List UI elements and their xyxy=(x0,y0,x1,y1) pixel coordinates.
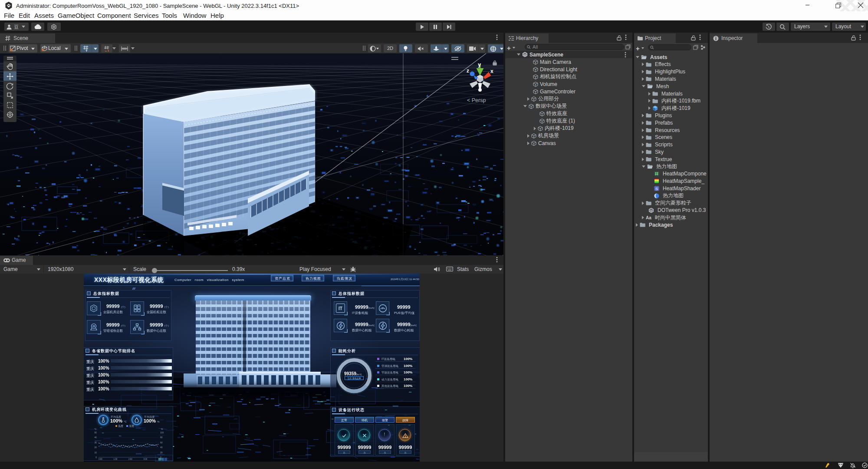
svg-text:100: 100 xyxy=(160,431,164,434)
svg-text:60: 60 xyxy=(160,441,163,444)
svg-text:50: 50 xyxy=(94,431,97,434)
svg-text:%: % xyxy=(161,428,163,430)
svg-text:3:00: 3:00 xyxy=(144,458,148,460)
svg-text:10: 10 xyxy=(94,451,97,454)
svg-text:1:00: 1:00 xyxy=(114,458,118,460)
svg-text:0:00: 0:00 xyxy=(99,458,102,460)
svg-text:40: 40 xyxy=(94,436,97,439)
svg-text:4:00: 4:00 xyxy=(158,458,162,460)
svg-text:40: 40 xyxy=(160,446,163,449)
svg-text:0: 0 xyxy=(95,456,97,459)
svg-text:x: x xyxy=(490,68,493,74)
svg-text:Y: Y xyxy=(85,49,88,52)
svg-text:20: 20 xyxy=(160,451,163,454)
svg-text:y: y xyxy=(478,61,481,68)
svg-text:z: z xyxy=(467,68,469,74)
svg-text:S: S xyxy=(655,186,658,191)
svg-text:°C: °C xyxy=(94,428,97,430)
svg-text:20: 20 xyxy=(94,446,97,449)
svg-text:2:00: 2:00 xyxy=(128,458,132,460)
svg-text:80: 80 xyxy=(160,436,163,439)
svg-text:30: 30 xyxy=(94,441,97,444)
